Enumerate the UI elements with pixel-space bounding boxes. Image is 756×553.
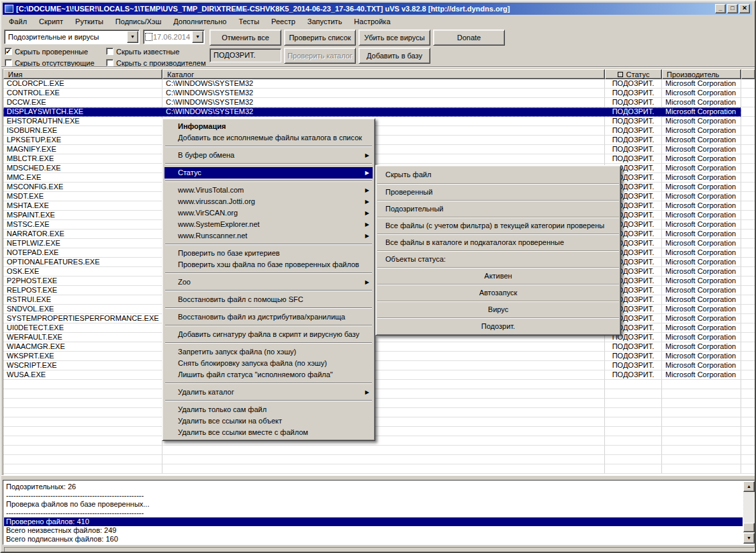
chevron-down-icon[interactable]: ▼ bbox=[127, 31, 138, 43]
context-menu-item[interactable]: Проверить хэш файла по базе проверенных … bbox=[164, 259, 373, 270]
context-menu-item[interactable]: Добавить сигнатуру файла в скрипт и виру… bbox=[164, 329, 373, 340]
submenu-item[interactable]: Проверенный bbox=[377, 183, 619, 200]
kill-viruses-button[interactable]: Убить все вирусы bbox=[359, 30, 430, 46]
menubar-item[interactable]: Подпись/Хэш bbox=[109, 16, 167, 28]
menubar-item[interactable]: Скрипт bbox=[33, 16, 69, 28]
context-menu-item[interactable]: Информация bbox=[164, 121, 373, 132]
menubar-item[interactable]: Запустить bbox=[301, 16, 348, 28]
log-line[interactable]: ----------------------------------------… bbox=[4, 491, 743, 500]
context-menu-item[interactable]: В буфер обмена▶ bbox=[164, 150, 373, 161]
log-scrollbar[interactable]: ▲ ▼ bbox=[743, 481, 755, 544]
close-button[interactable]: ✕ bbox=[739, 4, 750, 13]
context-menu-item[interactable]: Удалить все ссылки вместе с файлом bbox=[164, 427, 373, 438]
table-row[interactable] bbox=[3, 446, 755, 455]
table-row[interactable]: MAGNIFY.EXEC:\WINDOWS\SYSTEM32ПОДОЗРИТ.M… bbox=[3, 145, 755, 154]
table-row[interactable]: LPKSETUP.EXEC:\WINDOWS\SYSTEM32ПОДОЗРИТ.… bbox=[3, 136, 755, 145]
check-directory-button[interactable]: Проверить каталог bbox=[284, 48, 356, 64]
context-menu-item[interactable]: www.Runscanner.net▶ bbox=[164, 230, 373, 242]
scroll-down-icon[interactable]: ▼ bbox=[743, 533, 755, 544]
submenu-item[interactable]: Подозрит. bbox=[377, 317, 619, 334]
log-line[interactable]: ----------------------------------------… bbox=[4, 509, 743, 517]
add-to-base-button[interactable]: Добавить в базу bbox=[359, 48, 430, 64]
context-menu-item[interactable]: Статус▶ bbox=[164, 167, 373, 179]
menubar-item[interactable]: Настройка bbox=[348, 16, 396, 28]
context-menu-item[interactable]: Запретить запуск файла (по хэшу) bbox=[164, 346, 373, 358]
context-menu-item[interactable]: Лишить файл статуса "исполняемого файла" bbox=[164, 369, 373, 381]
table-row[interactable]: COLORCPL.EXEC:\WINDOWS\SYSTEM32ПОДОЗРИТ.… bbox=[3, 79, 755, 89]
context-menu-item[interactable]: Добавить все исполняемые файлы каталога … bbox=[164, 132, 373, 144]
table-row[interactable] bbox=[3, 455, 755, 464]
column-header[interactable] bbox=[741, 69, 755, 79]
log-line[interactable]: Проверка файлов по базе проверенных... bbox=[4, 500, 743, 509]
menubar-item[interactable]: Дополнительно bbox=[167, 16, 232, 28]
table-row[interactable]: CONTROL.EXEC:\WINDOWS\SYSTEM32ПОДОЗРИТ.M… bbox=[3, 89, 755, 98]
filter-checkbox[interactable]: Скрыть известные bbox=[106, 48, 205, 56]
context-menu-item[interactable]: Zoo▶ bbox=[164, 276, 373, 288]
filter-checkbox[interactable]: ✓Скрыть проверенные bbox=[5, 48, 106, 56]
table-row[interactable]: WKSPRT.EXEC:\WINDOWS\SYSTEM32ПОДОЗРИТ.Mi… bbox=[3, 352, 755, 361]
table-row[interactable] bbox=[3, 427, 755, 436]
table-row[interactable] bbox=[3, 389, 755, 399]
column-header[interactable]: Производитель bbox=[662, 69, 741, 79]
submenu-item[interactable]: Скрыть файл bbox=[377, 166, 619, 183]
maximize-button[interactable]: □ bbox=[727, 4, 738, 13]
filter-checkbox[interactable]: Скрыть отсутствующие bbox=[5, 59, 106, 67]
scroll-up-icon[interactable]: ▲ bbox=[743, 481, 755, 492]
submenu-item[interactable]: Все файлы (с учетом фильтра) в текущей к… bbox=[377, 217, 619, 234]
context-menu-item[interactable]: www.SystemExplorer.net▶ bbox=[164, 219, 373, 230]
submenu-item[interactable]: Активен bbox=[377, 267, 619, 284]
table-row[interactable] bbox=[3, 436, 755, 446]
context-menu-item[interactable]: Удалить все ссылки на объект bbox=[164, 415, 373, 427]
context-menu-item[interactable]: Проверить по базе критериев bbox=[164, 248, 373, 259]
table-row[interactable]: WUSA.EXEC:\WINDOWS\SYSTEM32ПОДОЗРИТ.Micr… bbox=[3, 370, 755, 380]
status-header-checkbox[interactable] bbox=[618, 72, 623, 77]
context-menu-item[interactable]: Восстановить файл с помощью SFC bbox=[164, 294, 373, 305]
panel-splitter[interactable] bbox=[1, 475, 755, 480]
context-menu-item[interactable]: Восстановить файл из дистрибутива/хранил… bbox=[164, 311, 373, 323]
table-row[interactable] bbox=[3, 417, 755, 427]
cancel-all-button[interactable]: Отменить все bbox=[209, 30, 281, 46]
submenu-item[interactable]: Все файлы в каталоге и подкаталогах пров… bbox=[377, 234, 619, 250]
table-row[interactable]: WSCRIPT.EXEC:\WINDOWS\SYSTEM32ПОДОЗРИТ.M… bbox=[3, 361, 755, 370]
log-line[interactable]: Всего неизвестных файлов: 249 bbox=[4, 526, 743, 535]
context-menu-item[interactable]: www.virusscan.Jotti.org▶ bbox=[164, 196, 373, 207]
scrollbar-thumb[interactable] bbox=[743, 523, 755, 532]
context-menu-item[interactable]: Удалить только сам файл bbox=[164, 404, 373, 415]
table-row[interactable]: DISPLAYSWITCH.EXEC:\WINDOWS\SYSTEM32ПОДО… bbox=[3, 107, 755, 117]
menubar-item[interactable]: Файл bbox=[3, 16, 33, 28]
context-menu-item[interactable]: www.VirusTotal.com▶ bbox=[164, 185, 373, 196]
submenu-item[interactable]: Подозрительный bbox=[377, 200, 619, 217]
menubar-item[interactable]: Тесты bbox=[232, 16, 265, 28]
log-line[interactable]: Всего подписанных файлов: 160 bbox=[4, 535, 743, 544]
context-menu-item[interactable]: Снять блокировку запуска файла (по хэшу) bbox=[164, 358, 373, 369]
context-menu-item[interactable]: www.VirSCAN.org▶ bbox=[164, 207, 373, 219]
log-line[interactable]: Проверено файлов: 410 bbox=[4, 517, 743, 526]
context-menu-item[interactable]: Удалить каталог▶ bbox=[164, 387, 373, 398]
submenu-item[interactable]: Объекты статуса: bbox=[377, 250, 619, 267]
column-header[interactable]: Статус bbox=[605, 69, 662, 79]
filter-checkbox[interactable]: Скрыть с производителем bbox=[106, 59, 205, 67]
column-header[interactable]: Каталог bbox=[162, 69, 605, 79]
submenu-item[interactable]: Вирус bbox=[377, 301, 619, 317]
check-list-button[interactable]: Проверить список bbox=[284, 30, 356, 46]
table-row[interactable] bbox=[3, 408, 755, 417]
log-line[interactable]: Подозрительных: 26 bbox=[4, 483, 743, 491]
menubar-item[interactable]: Руткиты bbox=[69, 16, 109, 28]
table-row[interactable] bbox=[3, 399, 755, 408]
submenu-item[interactable]: Автозапуск bbox=[377, 284, 619, 301]
table-row[interactable]: DCCW.EXEC:\WINDOWS\SYSTEM32ПОДОЗРИТ.Micr… bbox=[3, 98, 755, 107]
date-dropdown-icon[interactable]: ▼ bbox=[192, 31, 203, 43]
table-row[interactable]: WIAACMGR.EXEC:\WINDOWS\SYSTEM32ПОДОЗРИТ.… bbox=[3, 342, 755, 352]
menubar-item[interactable]: Реестр bbox=[265, 16, 301, 28]
date-picker[interactable]: 17.06.2014 ▼ bbox=[143, 30, 205, 44]
minimize-button[interactable]: _ bbox=[715, 4, 726, 13]
table-row[interactable]: ISOBURN.EXEC:\WINDOWS\SYSTEM32ПОДОЗРИТ.M… bbox=[3, 126, 755, 136]
table-row[interactable] bbox=[3, 380, 755, 389]
table-row[interactable] bbox=[3, 464, 755, 474]
column-header[interactable]: Имя bbox=[3, 69, 162, 79]
donate-button[interactable]: Donate bbox=[433, 30, 505, 46]
table-row[interactable]: MBLCTR.EXEC:\WINDOWS\SYSTEM32ПОДОЗРИТ.Mi… bbox=[3, 154, 755, 164]
table-row[interactable]: EHSTORAUTHN.EXEC:\WINDOWS\SYSTEM32ПОДОЗР… bbox=[3, 117, 755, 126]
category-select[interactable]: Подозрительные и вирусы ▼ bbox=[4, 30, 140, 44]
status-filter-field[interactable]: ПОДОЗРИТ. bbox=[209, 48, 281, 62]
